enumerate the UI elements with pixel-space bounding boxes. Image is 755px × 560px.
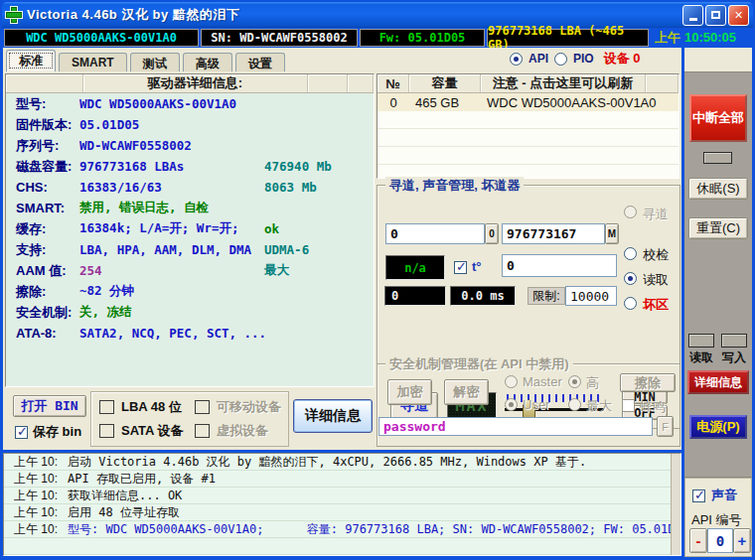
close-button[interactable]: ✕: [728, 5, 749, 26]
sata-indicator: [99, 424, 114, 438]
write-indicator: [721, 334, 747, 348]
detail-row: 擦除:~82 分钟: [6, 281, 374, 302]
badblock-mode-radio[interactable]: [624, 297, 637, 310]
side-column-body: 中断全部 休眠(S) 重置(C) 读取 写入 详细信息 电源(P): [684, 71, 752, 478]
legend-removable: 可移动设备: [195, 398, 281, 416]
encrypt-button[interactable]: 加密: [387, 379, 432, 405]
col-num: №: [378, 74, 409, 92]
erase-button[interactable]: 擦除: [620, 373, 676, 392]
seek-groupbox-title: 寻道, 声音管理, 坏道器: [385, 177, 524, 195]
api-number-value: 0: [707, 528, 733, 553]
device-number-label: 设备 0: [604, 50, 641, 68]
password-f-button[interactable]: F: [657, 416, 674, 437]
master-radio-label: Master: [523, 374, 562, 389]
api-radio[interactable]: [510, 53, 523, 66]
removable-indicator: [195, 400, 210, 414]
status-model: WDC WD5000AAKS-00V1A0: [4, 29, 199, 47]
tab-advanced[interactable]: 高级: [183, 53, 232, 71]
col-capacity: 容量: [409, 74, 481, 92]
detail-row: 序列号:WD-WCAWF0558002: [6, 135, 374, 156]
sound-panel: 声音 API 编号 - 0 +: [684, 478, 752, 557]
log-scrollbar[interactable]: [671, 454, 680, 555]
decrypt-button[interactable]: 解密: [444, 379, 489, 405]
tab-smart[interactable]: SMART: [59, 53, 127, 71]
password-input[interactable]: [378, 417, 653, 436]
speed-display: n/a: [385, 255, 445, 280]
drive-details-header: 驱动器详细信息:: [6, 74, 374, 93]
drive-table-body: 0465 GBWDC WD5000AAKS-00V1A0: [378, 93, 679, 178]
limit-input[interactable]: [565, 286, 617, 306]
log-entry: 上午 10:启动 Victoria 4.46b 汉化 by 黯然的泪下, 4xC…: [4, 454, 680, 471]
max-radio[interactable]: [568, 398, 581, 411]
status-clock: 上午10:50:05: [655, 29, 736, 47]
sleep-button[interactable]: 休眠(S): [688, 178, 748, 200]
tab-settings[interactable]: 设置: [235, 53, 285, 71]
tab-standard[interactable]: 标准: [6, 50, 56, 71]
sound-checkbox[interactable]: [692, 490, 705, 502]
beep-checkbox-label: 蜂鸣: [640, 398, 666, 416]
master-radio[interactable]: [505, 375, 518, 388]
api-number-decrement-button[interactable]: -: [689, 528, 707, 553]
drive-table-header[interactable]: № 容量 注意 - 点击这里可以刷新: [378, 74, 679, 93]
temperature-label: t°: [472, 259, 482, 274]
log-entries: 上午 10:启动 Victoria 4.46b 汉化 by 黯然的泪下, 4xC…: [4, 454, 680, 538]
pio-radio[interactable]: [554, 53, 567, 66]
beep-checkbox[interactable]: [622, 399, 635, 412]
log-entry: 上午 10:型号: WDC WD5000AAKS-00V1A0; 容量: 976…: [4, 521, 680, 538]
max-lba-button[interactable]: M: [605, 223, 619, 244]
detail-row: 型号:WDC WD5000AAKS-00V1A0: [6, 93, 374, 114]
start-lba-input[interactable]: [385, 223, 485, 244]
high-radio[interactable]: [568, 375, 581, 388]
counter-display: 0: [384, 286, 446, 306]
log-panel[interactable]: 上午 10:启动 Victoria 4.46b 汉化 by 黯然的泪下, 4xC…: [3, 453, 681, 556]
log-entry: 上午 10:启用 48 位寻址存取: [4, 504, 680, 521]
detail-row: 安全机制:关, 冻结: [6, 302, 374, 323]
tab-strip: 标准 SMART 测试 高级 设置 API PIO 设备 0: [3, 48, 681, 71]
reset-button[interactable]: 重置(C): [688, 217, 748, 239]
side-passport-button[interactable]: 详细信息: [687, 370, 749, 394]
temperature-input[interactable]: [502, 254, 617, 277]
security-groupbox-title: 安全机制管理器(在 API 中禁用): [385, 355, 573, 373]
verify-mode-label: 校检: [643, 246, 669, 264]
save-bin-checkbox[interactable]: [15, 426, 28, 439]
window-title: Victoria 4.46b 汉化 by 黯然的泪下: [27, 6, 239, 24]
high-radio-label: 高: [586, 374, 599, 392]
detail-row: AAM 值:254最大: [6, 260, 374, 281]
passport-button[interactable]: 详细信息: [293, 399, 373, 433]
device-type-legend: LBA 48 位 SATA 设备 可移动设备 虚拟设备: [90, 391, 289, 447]
status-firmware: Fw: 05.01D05: [360, 29, 485, 47]
drive-table[interactable]: № 容量 注意 - 点击这里可以刷新 0465 GBWDC WD5000AAKS…: [377, 73, 680, 179]
log-entry: 上午 10:API 存取已启用, 设备 #1: [4, 471, 680, 488]
start-lba-button[interactable]: 0: [485, 223, 499, 244]
legend-sata: SATA 设备: [99, 422, 184, 440]
side-column: 中断全部 休眠(S) 重置(C) 读取 写入 详细信息 电源(P) 声音 API…: [684, 48, 752, 557]
read-mode-label: 读取: [643, 271, 669, 289]
main-panel: 驱动器详细信息: 型号:WDC WD5000AAKS-00V1A0固件版本:05…: [3, 71, 681, 450]
read-indicator-label: 读取: [689, 350, 713, 366]
temperature-checkbox[interactable]: [454, 261, 467, 274]
verify-mode-radio[interactable]: [624, 247, 637, 260]
drive-table-row[interactable]: 0465 GBWDC WD5000AAKS-00V1A0: [378, 93, 679, 111]
lba48-indicator: [99, 400, 114, 414]
open-bin-button[interactable]: 打开 BIN: [13, 395, 86, 417]
seek-mode-radio[interactable]: [624, 206, 637, 218]
status-bar: WDC WD5000AAKS-00V1A0 SN: WD-WCAWF055800…: [2, 28, 753, 48]
break-all-button[interactable]: 中断全部: [689, 94, 747, 142]
legend-lba48: LBA 48 位: [99, 398, 182, 416]
tab-test[interactable]: 测试: [130, 53, 180, 71]
write-indicator-label: 写入: [722, 350, 746, 366]
end-lba-input[interactable]: [502, 223, 605, 244]
power-button[interactable]: 电源(P): [689, 415, 747, 439]
maximize-button[interactable]: [705, 5, 726, 26]
api-number-stepper: - 0 +: [689, 528, 751, 553]
api-number-increment-button[interactable]: +: [733, 528, 751, 553]
latency-display: 0.0 ms: [450, 286, 516, 306]
max-radio-label: 最大: [586, 397, 612, 415]
minimize-button[interactable]: [682, 5, 703, 26]
read-mode-radio[interactable]: [624, 272, 637, 285]
virtual-indicator: [195, 424, 210, 438]
victoria-app-window: Victoria 4.46b 汉化 by 黯然的泪下 ✕ WDC WD5000A…: [0, 0, 755, 560]
legend-virtual: 虚拟设备: [195, 422, 268, 440]
detail-row: CHS:16383/16/638063 Mb: [6, 177, 374, 198]
user-radio[interactable]: [505, 398, 518, 411]
